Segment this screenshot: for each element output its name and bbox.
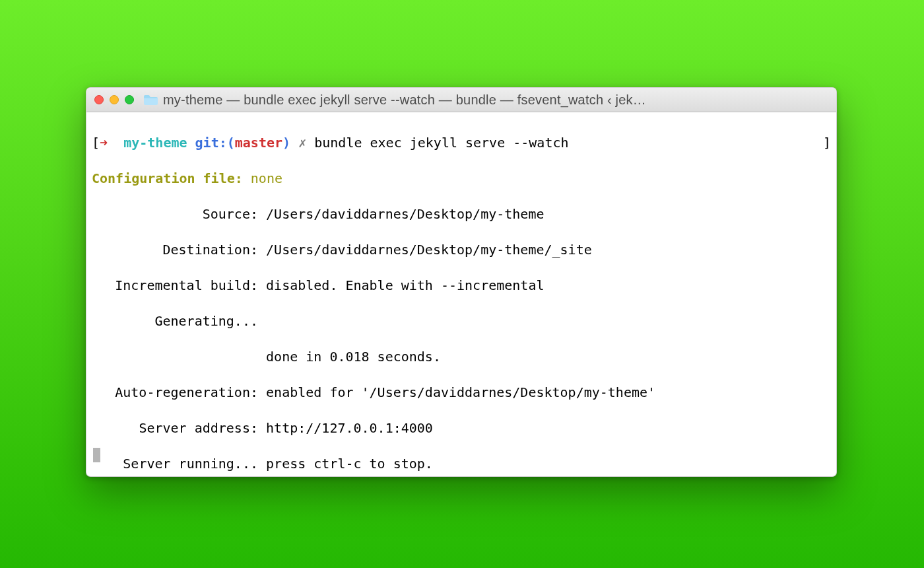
terminal-cursor <box>93 448 100 462</box>
config-value: none <box>251 170 282 186</box>
traffic-lights <box>94 95 134 104</box>
terminal-window: my-theme — bundle exec jekyll serve --wa… <box>86 87 837 477</box>
output-line: Generating... <box>92 312 831 330</box>
prompt-git-label: git:( <box>195 135 235 151</box>
output-value: done in 0.018 seconds. <box>266 349 441 365</box>
output-label: Server address: <box>92 419 258 437</box>
output-line: Server address: http://127.0.0.1:4000 <box>92 419 831 437</box>
minimize-button[interactable] <box>110 95 119 104</box>
prompt-git-close: ) <box>282 135 290 151</box>
prompt-git-text: git: <box>195 135 227 151</box>
output-value: disabled. Enable with --incremental <box>266 277 544 293</box>
close-button[interactable] <box>94 95 104 104</box>
folder-icon <box>143 94 158 106</box>
output-line: Incremental build: disabled. Enable with… <box>92 277 831 295</box>
window-titlebar[interactable]: my-theme — bundle exec jekyll serve --wa… <box>86 88 836 112</box>
prompt-branch: master <box>235 135 282 151</box>
window-title: my-theme — bundle exec jekyll serve --wa… <box>163 92 828 108</box>
output-label: Incremental build: <box>92 277 258 295</box>
prompt-arrow-icon: ➜ <box>100 135 108 151</box>
desktop-background: my-theme — bundle exec jekyll serve --wa… <box>0 0 924 568</box>
output-line: done in 0.018 seconds. <box>92 348 831 366</box>
output-label: Destination: <box>92 241 258 259</box>
output-line: Destination: /Users/daviddarnes/Desktop/… <box>92 241 831 259</box>
prompt-line: [➜ my-theme git:(master) ✗ bundle exec j… <box>92 134 831 152</box>
output-value: /Users/daviddarnes/Desktop/my-theme/_sit… <box>266 242 592 258</box>
output-line: Source: /Users/daviddarnes/Desktop/my-th… <box>92 205 831 223</box>
output-label: Generating... <box>92 312 258 330</box>
output-label: Source: <box>92 205 258 223</box>
prompt-close-bracket: ] <box>823 134 831 152</box>
cursor-row <box>92 445 100 464</box>
config-label: Configuration file: <box>92 170 243 186</box>
terminal-body[interactable]: [➜ my-theme git:(master) ✗ bundle exec j… <box>86 112 836 468</box>
prompt-open-bracket: [ <box>92 135 100 151</box>
output-value: press ctrl-c to stop. <box>266 456 433 472</box>
output-value: enabled for '/Users/daviddarnes/Desktop/… <box>266 384 655 400</box>
output-value: /Users/daviddarnes/Desktop/my-theme <box>266 206 544 222</box>
config-line: Configuration file: none <box>92 170 831 188</box>
output-value: http://127.0.0.1:4000 <box>266 420 433 436</box>
output-label: Auto-regeneration: <box>92 384 258 402</box>
prompt-command: bundle exec jekyll serve --watch <box>314 135 568 151</box>
output-line: Server running... press ctrl-c to stop. <box>92 455 831 473</box>
zoom-button[interactable] <box>125 95 134 104</box>
output-label: Server running... <box>92 455 258 473</box>
prompt-dirty-icon: ✗ <box>298 135 306 151</box>
prompt-cwd: my-theme <box>123 135 187 151</box>
output-line: Auto-regeneration: enabled for '/Users/d… <box>92 384 831 402</box>
